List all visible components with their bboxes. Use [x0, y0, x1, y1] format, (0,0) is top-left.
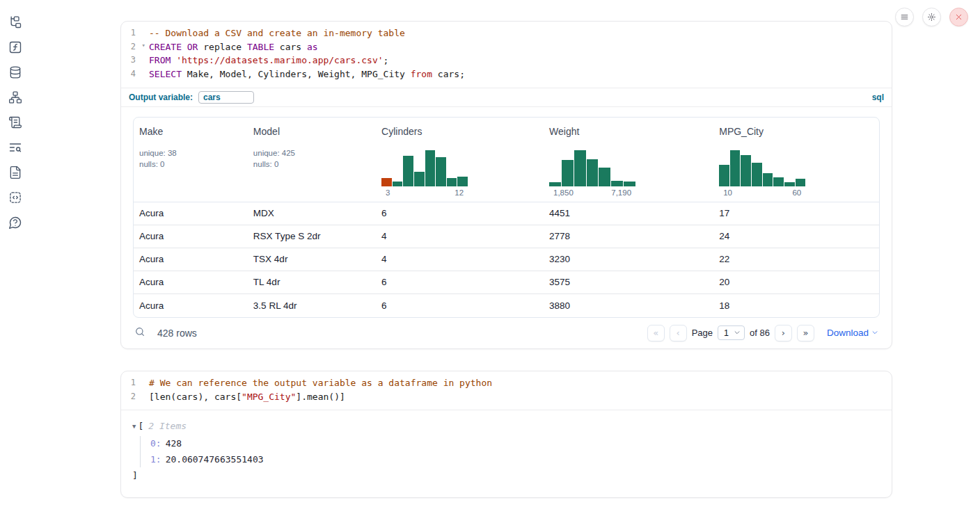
item-value: 428	[166, 438, 182, 449]
gear-icon	[927, 13, 936, 22]
histogram-bar	[414, 172, 425, 186]
column-histogram[interactable]	[719, 150, 805, 186]
code-text: # We can reference the output variable a…	[149, 376, 492, 390]
line-number: 1	[121, 26, 149, 40]
sidebar-item-scratchpad[interactable]	[8, 115, 23, 130]
chevron-down-icon	[871, 328, 878, 338]
histogram-bar	[457, 177, 468, 186]
next-page-button[interactable]: ›	[775, 325, 792, 341]
column-header-cylinders[interactable]: Cylinders312	[376, 118, 544, 202]
sql-cell-output: Makeunique: 38nulls: 0Modelunique: 425nu…	[121, 106, 892, 348]
settings-button[interactable]	[922, 8, 941, 26]
table-cell: 24	[713, 231, 879, 241]
code-line: 1# We can reference the output variable …	[121, 376, 892, 390]
python-code-editor[interactable]: 1# We can reference the output variable …	[121, 371, 892, 410]
axis-label: 1,850	[553, 188, 574, 197]
list-item: 0:428	[150, 436, 880, 452]
column-title: Cylinders	[381, 126, 538, 137]
first-page-button[interactable]: «	[647, 325, 665, 341]
histogram-bar	[730, 150, 741, 186]
last-page-button[interactable]: »	[797, 325, 814, 341]
menu-button[interactable]	[895, 8, 914, 26]
close-icon	[954, 13, 963, 22]
page-total-label: of 86	[750, 328, 770, 338]
histogram-bar	[611, 181, 623, 186]
table-cell: MDX	[248, 208, 376, 218]
pagination: « ‹ Page 1 of 86 › »	[647, 325, 814, 341]
column-stat: nulls: 0	[139, 159, 242, 170]
page-label: Page	[692, 328, 713, 338]
histogram-bar	[624, 182, 635, 186]
sidebar-item-logs[interactable]	[8, 140, 23, 155]
axis-label: 10	[723, 188, 732, 197]
sidebar-item-datasources[interactable]	[8, 65, 23, 80]
column-header-weight[interactable]: Weight1,8507,190	[544, 118, 713, 202]
column-header-mpg_city[interactable]: MPG_City1060	[713, 118, 879, 202]
search-icon[interactable]	[134, 326, 145, 340]
table-row[interactable]: Acura3.5 RL 4dr6388018	[134, 294, 879, 317]
column-header-model[interactable]: Modelunique: 425nulls: 0	[248, 118, 376, 202]
axis-label: 60	[792, 188, 801, 197]
output-variable-input[interactable]	[198, 91, 254, 104]
output-variable-label: Output variable:	[129, 92, 193, 102]
page-select-value: 1	[724, 328, 729, 338]
table-row[interactable]: AcuraMDX6445117	[134, 202, 879, 225]
row-count: 428 rows	[157, 328, 197, 339]
table-row[interactable]: AcuraTSX 4dr4323022	[134, 248, 879, 271]
open-bracket: [	[138, 421, 143, 431]
code-line: 1-- Download a CSV and create an in-memo…	[121, 26, 892, 40]
page-select[interactable]: 1	[718, 325, 745, 340]
sidebar-item-file-tree[interactable]	[8, 15, 23, 30]
column-histogram[interactable]	[549, 150, 635, 186]
column-header-make[interactable]: Makeunique: 38nulls: 0	[134, 118, 248, 202]
prev-page-button[interactable]: ‹	[670, 325, 687, 341]
sidebar-item-snippets[interactable]	[8, 190, 23, 205]
fold-caret-icon[interactable]: ▾	[142, 42, 145, 49]
sidebar-item-functions[interactable]	[8, 40, 23, 55]
column-stat: unique: 38	[139, 147, 242, 159]
histogram-bar	[447, 178, 457, 186]
list-output-header: ▼ [ 2 Items	[132, 421, 880, 431]
sql-code-editor[interactable]: 1-- Download a CSV and create an in-memo…	[121, 22, 892, 88]
sidebar-item-help[interactable]	[8, 215, 23, 230]
download-button[interactable]: Download	[827, 328, 878, 338]
table-cell: 4	[376, 254, 544, 264]
table-cell: TL 4dr	[248, 277, 376, 287]
code-text: CREATE OR replace TABLE cars as	[149, 40, 318, 54]
notebook: 1-- Download a CSV and create an in-memo…	[120, 0, 892, 507]
sidebar-item-dependency-graph[interactable]	[8, 90, 23, 105]
axis-label: 3	[386, 188, 390, 197]
table-cell: 20	[713, 277, 879, 287]
table-cell: 6	[376, 277, 544, 287]
histogram-bar	[741, 155, 751, 186]
shutdown-button[interactable]	[949, 8, 968, 26]
table-row[interactable]: AcuraTL 4dr6357520	[134, 271, 879, 294]
histogram-axis-labels: 1,8507,190	[549, 186, 635, 202]
table-cell: 3.5 RL 4dr	[248, 300, 376, 311]
language-badge: sql	[872, 92, 884, 102]
collapse-caret-icon[interactable]: ▼	[132, 423, 136, 430]
table-cell: 18	[713, 300, 879, 311]
code-snippet-icon	[8, 191, 22, 204]
sidebar-item-documentation[interactable]	[8, 165, 23, 180]
sql-meta-bar: Output variable: sql	[121, 88, 892, 106]
column-histogram[interactable]	[381, 150, 468, 186]
line-number: 2	[121, 390, 149, 404]
code-text: -- Download a CSV and create an in-memor…	[149, 26, 405, 40]
code-line: 3FROM 'https://datasets.marimo.app/cars.…	[121, 54, 892, 67]
table-row[interactable]: AcuraRSX Type S 2dr4277824	[134, 225, 879, 248]
file-text-icon	[8, 166, 22, 179]
column-title: Weight	[549, 126, 708, 137]
table-cell: 3880	[544, 300, 713, 311]
histogram-bar	[719, 165, 729, 186]
table-cell: Acura	[134, 277, 248, 287]
column-title: MPG_City	[719, 126, 874, 137]
histogram-bar	[436, 157, 446, 186]
histogram-bar	[763, 173, 773, 186]
hamburger-icon	[900, 13, 909, 22]
code-text: SELECT Make, Model, Cylinders, Weight, M…	[149, 67, 465, 81]
table-cell: TSX 4dr	[248, 254, 376, 264]
items-count-label: 2 Items	[148, 421, 187, 431]
close-bracket: ]	[132, 469, 880, 482]
histogram-bar	[796, 179, 806, 186]
